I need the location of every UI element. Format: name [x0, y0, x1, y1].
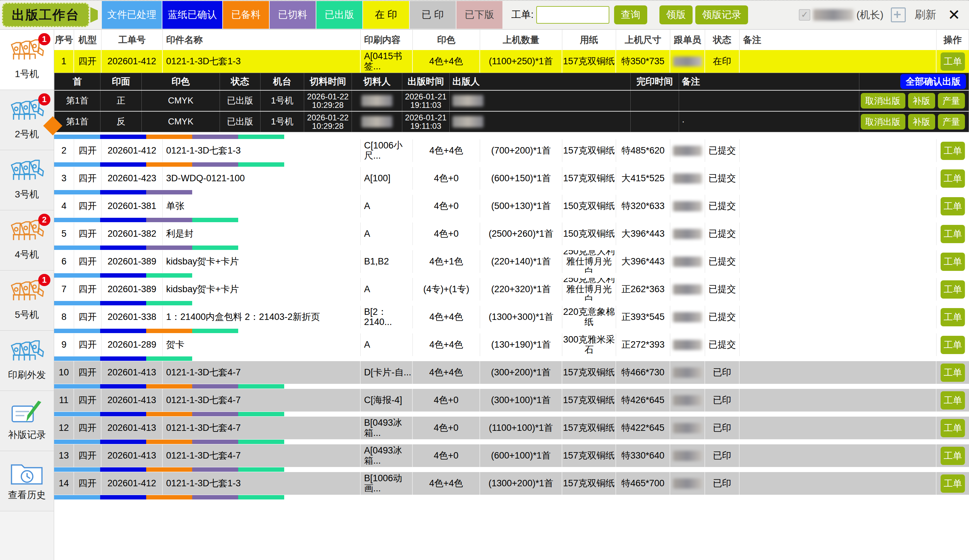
confirm-all-publish-button[interactable]: 全部确认出版	[900, 74, 966, 89]
row-size: 正393*545	[616, 306, 670, 328]
filter-button-0[interactable]: 文件已处理	[102, 1, 162, 29]
refresh-button[interactable]: 刷新	[914, 7, 936, 22]
table-row-7[interactable]: 7四开202601-389kidsbay贺卡+卡片A(4专)+(1专)(220+…	[54, 278, 969, 301]
plate-face: 正	[100, 91, 142, 111]
table-row-9[interactable]: 9四开202601-289贺卡A4色+4色(130+190)*1首300克雅米采…	[54, 334, 969, 356]
work-order-button[interactable]: 工单	[941, 253, 965, 271]
cutter-name	[352, 111, 402, 132]
work-order-button[interactable]: 工单	[941, 280, 965, 299]
cancel-publish-button[interactable]: 取消出版	[861, 93, 906, 108]
progress-segment-db	[100, 218, 146, 222]
table-row-10[interactable]: 10四开202601-4130121-1-3D七套4-7D[卡片-自...4色+…	[54, 361, 969, 384]
table-row-12[interactable]: 12四开202601-4130121-1-3D七套4-7B[0493冰箱...4…	[54, 417, 969, 439]
table-row-11[interactable]: 11四开202601-4130121-1-3D七套4-7C[海报-4]4色+0(…	[54, 389, 969, 412]
progress-bar-row-9	[54, 356, 969, 361]
work-order-button[interactable]: 工单	[941, 364, 965, 382]
progress-bar-row-2	[54, 162, 969, 167]
filter-button-6[interactable]: 已 印	[410, 1, 456, 29]
table-row-1[interactable]: 1四开202601-4120121-1-3D七套1-3A[0415书签...4色…	[54, 50, 969, 73]
work-order-button[interactable]: 工单	[941, 169, 965, 188]
progress-segment-gr	[238, 384, 284, 389]
progress-segment-pu	[192, 135, 238, 139]
column-header-机型: 机型	[74, 30, 102, 50]
progress-segment-gr	[238, 440, 284, 444]
sidebar-item-4号机[interactable]: 24号机	[0, 210, 54, 271]
plate-column-header-备注: 备注	[679, 73, 859, 90]
row-action: 工单	[937, 417, 969, 439]
row-order-number: 202601-423	[102, 167, 163, 190]
row-paper: 150克双铜纸	[562, 223, 616, 245]
follower-name-redacted	[673, 340, 702, 350]
follower-name-redacted	[673, 173, 702, 184]
row-quantity: (1300+200)*1首	[480, 472, 562, 495]
claim-plate-button[interactable]: 领版	[659, 5, 693, 24]
row-paper: 220克意象棉纸	[562, 306, 616, 328]
work-order-button[interactable]: 工单	[941, 447, 965, 465]
row-follower	[670, 167, 705, 190]
work-order-button[interactable]: 工单	[941, 474, 965, 493]
claim-plate-record-button[interactable]: 领版记录	[695, 5, 748, 24]
work-order-button[interactable]: 工单	[941, 52, 965, 71]
table-row-4[interactable]: 4四开202601-381单张A4色+0(500+130)*1首150克双铜纸特…	[54, 195, 969, 218]
row-machine-type: 四开	[74, 223, 102, 245]
sidebar-item-3号机[interactable]: 3号机	[0, 150, 54, 210]
filter-button-2[interactable]: 已备料	[223, 1, 269, 29]
filter-button-5[interactable]: 在 印	[363, 1, 409, 29]
work-order-button[interactable]: 工单	[941, 419, 965, 437]
table-row-13[interactable]: 13四开202601-4130121-1-3D七套4-7A[0493冰箱...4…	[54, 444, 969, 467]
row-print-content: A[100]	[361, 167, 413, 190]
row-quantity: (1100+100)*1首	[480, 417, 562, 439]
work-order-button[interactable]: 工单	[941, 142, 965, 160]
row-paper: 157克双铜纸	[562, 167, 616, 190]
progress-segment-db	[100, 495, 146, 500]
supplement-plate-button[interactable]: 补版	[908, 93, 935, 108]
user-checkbox[interactable]: ✓	[799, 9, 810, 21]
sidebar-item-印刷外发[interactable]: 印刷外发	[0, 331, 54, 391]
row-status: 已提交	[705, 167, 739, 190]
expand-plus-icon[interactable]	[891, 7, 906, 22]
row-status: 已印	[705, 417, 739, 439]
order-number-input[interactable]	[536, 6, 609, 24]
filter-button-7[interactable]: 已下版	[456, 1, 503, 29]
row-paper: 300克雅米采石	[562, 334, 616, 356]
table-row-5[interactable]: 5四开202601-382利是封A4色+0(2500+260)*1首150克双铜…	[54, 223, 969, 245]
filter-button-1[interactable]: 蓝纸已确认	[162, 1, 222, 29]
filter-button-4[interactable]: 已出版	[316, 1, 362, 29]
table-row-6[interactable]: 6四开202601-389kidsbay贺卡+卡片B1,B24色+1色(220+…	[54, 250, 969, 273]
supplement-plate-button[interactable]: 补版	[908, 114, 935, 130]
row-seq: 5	[54, 223, 74, 245]
close-icon[interactable]: ✕	[948, 7, 960, 22]
plate-column-header-状态: 状态	[220, 73, 261, 90]
work-order-button[interactable]: 工单	[941, 391, 965, 409]
plate-row-2: 第1首反CMYK已出版1号机2026-01-2210:29:282026-01-…	[55, 111, 969, 132]
sidebar-item-5号机[interactable]: 15号机	[0, 271, 54, 331]
work-order-button[interactable]: 工单	[941, 308, 965, 326]
output-button[interactable]: 产量	[938, 93, 965, 108]
table-row-2[interactable]: 2四开202601-4120121-1-3D七套1-3C[1006小尺...4色…	[54, 139, 969, 162]
search-button[interactable]: 查询	[614, 5, 647, 24]
work-order-button[interactable]: 工单	[941, 225, 965, 243]
row-print-content: B[0493冰箱...	[361, 417, 413, 439]
row-machine-type: 四开	[74, 306, 102, 328]
filter-button-3[interactable]: 已切料	[270, 1, 316, 29]
pen-icon	[10, 401, 44, 426]
table-row-14[interactable]: 14四开202601-4120121-1-3D七套1-3B[1006动画...4…	[54, 472, 969, 495]
table-row-8[interactable]: 8四开202601-3381：21400内盒包料 2：21403-2新折页B[2…	[54, 306, 969, 328]
row-item-name: 0121-1-3D七套1-3	[163, 50, 361, 73]
page-title: 出版工作台	[2, 3, 89, 27]
row-paper: 250克意大利雅仕博月光白	[562, 250, 616, 273]
row-item-name: 0121-1-3D七套1-3	[163, 472, 361, 495]
output-button[interactable]: 产量	[938, 114, 965, 130]
cancel-publish-button[interactable]: 取消出版	[861, 114, 906, 130]
work-order-button[interactable]: 工单	[941, 336, 965, 354]
progress-segment-pu	[192, 440, 238, 444]
work-order-button[interactable]: 工单	[941, 197, 965, 215]
plate-status: 已出版	[220, 91, 261, 111]
sidebar-item-查看历史[interactable]: 查看历史	[0, 451, 54, 511]
row-ink-colors: 4色+4色	[413, 50, 480, 73]
sidebar-item-补版记录[interactable]: 补版记录	[0, 391, 54, 451]
follower-name-redacted	[673, 284, 702, 294]
table-row-3[interactable]: 3四开202601-4233D-WDQ-0121-100A[100]4色+0(6…	[54, 167, 969, 190]
sidebar-item-1号机[interactable]: 11号机	[0, 30, 54, 90]
sidebar-item-2号机[interactable]: 12号机	[0, 90, 54, 150]
